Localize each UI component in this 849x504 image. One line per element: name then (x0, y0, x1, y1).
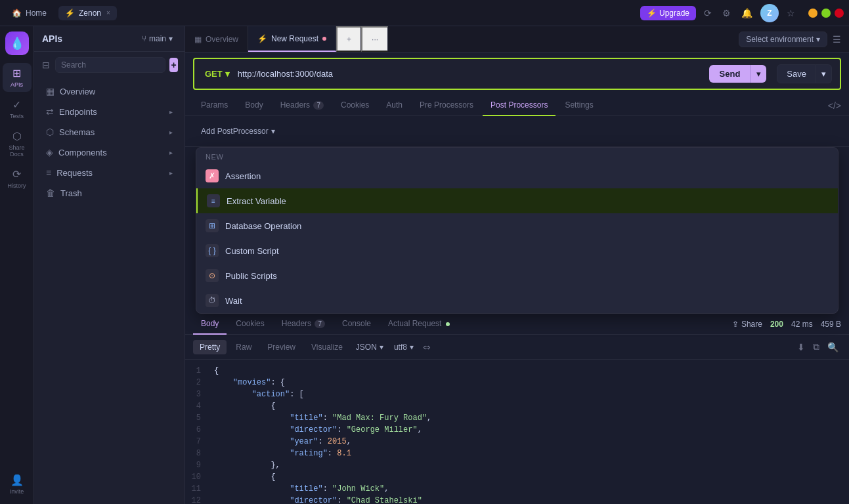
format-tab-raw[interactable]: Raw (229, 340, 258, 354)
share-label: Share (741, 320, 762, 329)
send-button[interactable]: Send (709, 65, 751, 83)
notifications-button[interactable]: 🔔 (739, 5, 755, 21)
unsaved-indicator (322, 37, 326, 41)
line-content: "action": [ (209, 388, 849, 400)
method-selector[interactable]: GET ▾ (202, 68, 232, 80)
nav-item-schemas[interactable]: ⬡ Schemas ▸ (37, 122, 182, 142)
tab-overview[interactable]: ▦ Overview (185, 26, 248, 52)
encoding-label: utf8 (394, 343, 407, 352)
add-resource-button[interactable]: + (169, 58, 178, 72)
dropdown-item-wait[interactable]: ⏱ Wait (196, 288, 838, 313)
share-docs-icon: ⬡ (12, 130, 22, 142)
url-input[interactable] (238, 69, 704, 79)
user-avatar[interactable]: Z (760, 4, 779, 22)
word-wrap-button[interactable]: ⇔ (420, 339, 433, 355)
dropdown-item-public-scripts[interactable]: ⊙ Public Scripts (196, 263, 838, 288)
sidebar-item-history[interactable]: ⟳ History (3, 164, 32, 193)
close-tab-button[interactable]: × (106, 9, 110, 16)
rtab-headers[interactable]: Headers 7 (272, 95, 332, 116)
custom-script-icon: { } (206, 244, 219, 257)
encoding-selector[interactable]: utf8 ▾ (390, 341, 418, 354)
filter-button[interactable]: ⊟ (41, 58, 51, 72)
format-tab-preview[interactable]: Preview (261, 340, 302, 354)
resp-tab-body[interactable]: Body (193, 314, 227, 335)
rtab-postprocessors[interactable]: Post Processors (483, 95, 555, 116)
settings-button[interactable]: ⚙ (720, 5, 733, 21)
tests-icon: ✓ (12, 98, 21, 111)
code-view-button[interactable]: </> (828, 100, 841, 111)
code-line-2: 2 "movies": { (185, 377, 849, 388)
add-tab-button[interactable]: + (336, 26, 361, 52)
resp-tab-console[interactable]: Console (334, 314, 379, 335)
zenon-tab[interactable]: ⚡ Zenon × (58, 6, 117, 20)
dropdown-item-database-operation[interactable]: ⊞ Database Operation (196, 213, 838, 238)
rtab-body[interactable]: Body (237, 95, 271, 116)
nav-item-endpoints-label: Endpoints (59, 107, 97, 117)
response-section: Body Cookies Headers 7 Console Actual Re… (185, 314, 849, 504)
nav-item-trash[interactable]: 🗑 Trash (37, 183, 182, 203)
nav-item-overview[interactable]: ▦ Overview (37, 81, 182, 101)
line-content: "director": "George Miller", (209, 424, 849, 436)
layout-button[interactable]: ☰ (830, 32, 844, 47)
overview-tab-label: Overview (206, 35, 238, 44)
line-number: 5 (185, 412, 209, 424)
share-button[interactable]: ⇪ Share (732, 320, 762, 329)
resp-tab-cookies[interactable]: Cookies (228, 314, 272, 335)
rtab-settings[interactable]: Settings (557, 95, 601, 116)
postprocessor-area: Add PostProcessor ▾ (185, 116, 849, 147)
dropdown-item-custom-script[interactable]: { } Custom Script (196, 238, 838, 263)
rtab-cookies[interactable]: Cookies (333, 95, 377, 116)
nav-item-requests[interactable]: ≡ Requests ▸ (37, 163, 182, 182)
rtab-preprocessors[interactable]: Pre Processors (412, 95, 481, 116)
dropdown-item-assertion[interactable]: ✗ Assertion (196, 163, 838, 188)
more-tabs-button[interactable]: ··· (361, 26, 388, 52)
resp-tab-headers[interactable]: Headers 7 (274, 314, 333, 335)
app-logo[interactable]: 💧 (5, 32, 29, 55)
line-number: 2 (185, 377, 209, 388)
format-tab-visualize[interactable]: Visualize (305, 340, 349, 354)
method-chevron-icon: ▾ (225, 69, 230, 79)
format-type-selector[interactable]: JSON ▾ (352, 341, 387, 354)
resp-tab-actual-request[interactable]: Actual Request (380, 314, 458, 335)
dropdown-item-extract-variable[interactable]: ≡ Extract Variable (196, 188, 838, 213)
sidebar-item-invite[interactable]: 👤 Invite (3, 470, 32, 499)
add-tab-icon: + (347, 35, 351, 44)
code-line-5: 5 "title": "Mad Max: Fury Road", (185, 412, 849, 424)
new-request-tab-icon: ⚡ (257, 34, 267, 43)
save-button[interactable]: Save (777, 64, 816, 83)
sidebar-item-tests[interactable]: ✓ Tests (3, 94, 32, 123)
maximize-button[interactable]: □ (821, 9, 831, 18)
nav-item-trash-label: Trash (60, 188, 82, 198)
add-postprocessor-button[interactable]: Add PostProcessor ▾ (196, 124, 280, 138)
response-toolbar: Pretty Raw Preview Visualize JSON ▾ utf8… (185, 335, 849, 360)
nav-item-endpoints[interactable]: ⇄ Endpoints ▸ (37, 102, 182, 121)
copy-button[interactable]: ⧉ (810, 339, 822, 355)
minimize-button[interactable]: − (808, 9, 817, 18)
rtab-params[interactable]: Params (193, 95, 236, 116)
bookmark-button[interactable]: ☆ (784, 5, 798, 21)
format-tab-pretty[interactable]: Pretty (193, 340, 227, 354)
line-content: { (209, 400, 849, 412)
send-dropdown-button[interactable]: ▾ (751, 65, 766, 83)
search-input[interactable] (55, 57, 165, 73)
sidebar-item-share-docs[interactable]: ⬡ Share Docs (3, 126, 32, 161)
refresh-button[interactable]: ⟳ (701, 5, 714, 21)
nav-item-components[interactable]: ◈ Components ▸ (37, 142, 182, 162)
home-tab[interactable]: 🏠 Home (5, 6, 53, 20)
tab-new-request[interactable]: ⚡ New Request (248, 26, 336, 52)
sidebar-item-apis[interactable]: ⊞ APIs (3, 63, 32, 92)
environment-selector[interactable]: Select environment ▾ (739, 32, 827, 47)
download-button[interactable]: ⬇ (795, 339, 808, 355)
save-dropdown-button[interactable]: ▾ (816, 64, 832, 83)
branch-name: main (149, 34, 166, 43)
history-label: History (7, 182, 26, 189)
close-window-button[interactable]: × (835, 9, 844, 18)
encoding-chevron-icon: ▾ (410, 343, 414, 352)
rtab-auth[interactable]: Auth (378, 95, 410, 116)
line-number: 7 (185, 436, 209, 448)
upgrade-button[interactable]: ⚡ Upgrade (640, 6, 696, 20)
response-status: ⇪ Share 200 42 ms 459 B (732, 320, 841, 329)
add-icon: Add PostProcessor (201, 127, 269, 136)
search-response-button[interactable]: 🔍 (825, 339, 841, 355)
branch-selector[interactable]: ⑂ main ▾ (138, 33, 177, 45)
